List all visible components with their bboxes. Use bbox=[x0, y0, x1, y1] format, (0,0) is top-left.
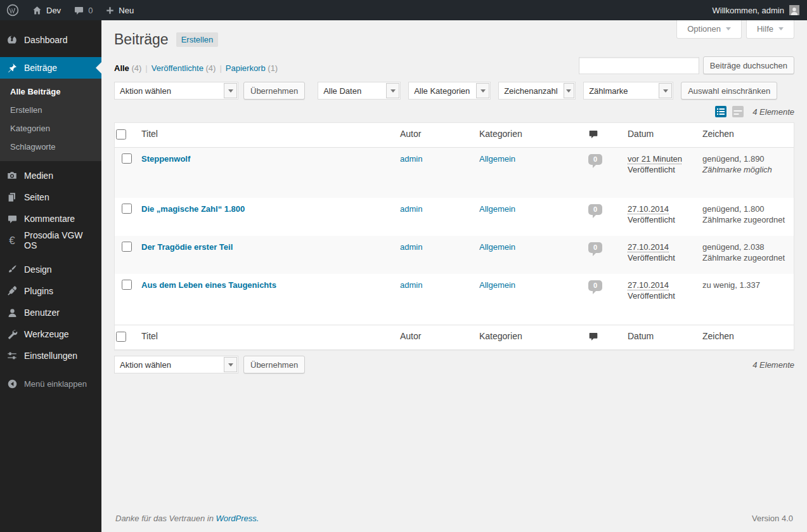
comment-count-bubble[interactable]: 0 bbox=[588, 154, 602, 165]
bulk-action-select-bottom[interactable]: Aktion wählen bbox=[114, 356, 238, 373]
filter-apply-button[interactable]: Auswahl einschränken bbox=[681, 82, 777, 100]
post-status: Veröffentlicht bbox=[628, 253, 695, 263]
table-header-row: Titel Autor Kategorien Datum Zeichen bbox=[115, 123, 794, 148]
author-link[interactable]: admin bbox=[400, 204, 422, 214]
chevron-down-icon bbox=[726, 27, 731, 30]
sidebar-item-users[interactable]: Benutzer bbox=[0, 302, 101, 323]
submenu-tags[interactable]: Schlagworte bbox=[0, 138, 101, 156]
add-new-button[interactable]: Erstellen bbox=[176, 32, 219, 47]
char-count-filter-select[interactable]: Zeichenanzahl bbox=[498, 82, 576, 100]
search-input[interactable] bbox=[579, 57, 699, 74]
view-trash-link[interactable]: Papierkorb (1) bbox=[226, 63, 278, 73]
category-filter-select[interactable]: Alle Kategorien bbox=[408, 82, 491, 100]
posts-submenu: Alle Beiträge Erstellen Kategorien Schla… bbox=[0, 79, 101, 161]
apply-bulk-button-bottom[interactable]: Übernehmen bbox=[243, 356, 305, 373]
select-all-checkbox[interactable] bbox=[116, 129, 126, 139]
wordpress-link[interactable]: WordPress. bbox=[216, 514, 259, 523]
post-title-link[interactable]: Aus dem Leben eines Taugenichts bbox=[141, 280, 276, 290]
bulk-action-value-bottom: Aktion wählen bbox=[115, 356, 223, 373]
bulk-action-select[interactable]: Aktion wählen bbox=[114, 82, 238, 100]
apply-bulk-button[interactable]: Übernehmen bbox=[243, 82, 305, 100]
post-status: Veröffentlicht bbox=[628, 165, 695, 174]
sidebar-item-tools[interactable]: Werkzeuge bbox=[0, 323, 101, 345]
sidebar-item-plugins[interactable]: Plugins bbox=[0, 280, 101, 302]
char-count-filter-value: Zeichenanzahl bbox=[499, 82, 563, 99]
collapse-menu-button[interactable]: Menü einklappen bbox=[0, 373, 101, 394]
sidebar-item-media[interactable]: Medien bbox=[0, 165, 101, 186]
table-row: Der Tragödie erster Teil admin Allgemein… bbox=[115, 236, 794, 274]
list-view-icon[interactable] bbox=[714, 105, 727, 118]
footer-thanks: Danke für das Vertrauen in WordPress. bbox=[115, 514, 259, 523]
comment-count-bubble[interactable]: 0 bbox=[588, 280, 602, 291]
submenu-categories[interactable]: Kategorien bbox=[0, 119, 101, 138]
comment-bubble-icon bbox=[74, 5, 84, 16]
column-categories: Kategorien bbox=[478, 325, 587, 347]
excerpt-view-icon[interactable] bbox=[732, 105, 744, 118]
view-all-link[interactable]: Alle (4) bbox=[114, 63, 141, 73]
admin-comment-count: 0 bbox=[88, 6, 93, 15]
plugin-icon bbox=[6, 285, 18, 297]
sidebar-label-design: Design bbox=[24, 264, 52, 275]
view-separator: | bbox=[145, 63, 147, 73]
author-link[interactable]: admin bbox=[400, 280, 422, 290]
sidebar-item-dashboard[interactable]: Dashboard bbox=[0, 29, 101, 51]
sidebar-label-posts: Beiträge bbox=[24, 63, 57, 73]
author-link[interactable]: admin bbox=[400, 242, 422, 252]
main-content: Optionen Hilfe Beiträge Erstellen Alle (… bbox=[101, 20, 807, 532]
post-title-link[interactable]: Die „magische Zahl“ 1.800 bbox=[141, 204, 245, 214]
comments-menu[interactable]: 0 bbox=[67, 0, 99, 20]
category-link[interactable]: Allgemein bbox=[479, 280, 515, 290]
author-link[interactable]: admin bbox=[400, 154, 422, 164]
post-title-link[interactable]: Steppenwolf bbox=[141, 154, 190, 164]
row-checkbox[interactable] bbox=[122, 280, 132, 290]
submenu-new-post[interactable]: Erstellen bbox=[0, 101, 101, 119]
date-filter-select[interactable]: Alle Daten bbox=[318, 82, 401, 100]
row-checkbox[interactable] bbox=[122, 204, 132, 214]
category-link[interactable]: Allgemein bbox=[479, 154, 515, 164]
post-title-link[interactable]: Der Tragödie erster Teil bbox=[141, 242, 233, 252]
sidebar-item-design[interactable]: Design bbox=[0, 259, 101, 280]
comments-icon bbox=[6, 214, 18, 224]
submenu-all-posts[interactable]: Alle Beiträge bbox=[0, 82, 101, 101]
select-all-checkbox-bottom[interactable] bbox=[116, 332, 126, 342]
item-count-bottom: 4 Elemente bbox=[752, 360, 794, 370]
sidebar-item-prosodia[interactable]: € Prosodia VGW OS bbox=[0, 230, 101, 251]
options-toggle[interactable]: Optionen bbox=[676, 20, 742, 39]
user-icon bbox=[6, 308, 18, 318]
site-menu[interactable]: Dev bbox=[25, 0, 67, 20]
view-published-link[interactable]: Veröffentlichte (4) bbox=[152, 63, 216, 73]
comment-count-bubble[interactable]: 0 bbox=[588, 204, 602, 215]
options-label: Optionen bbox=[687, 24, 721, 34]
counter-filter-select[interactable]: Zählmarke bbox=[583, 82, 673, 100]
help-label: Hilfe bbox=[757, 24, 773, 34]
sidebar-label-users: Benutzer bbox=[24, 308, 60, 318]
category-link[interactable]: Allgemein bbox=[479, 242, 515, 252]
row-checkbox[interactable] bbox=[122, 153, 132, 164]
sidebar-item-settings[interactable]: Einstellungen bbox=[0, 345, 101, 367]
comment-count-bubble[interactable]: 0 bbox=[588, 242, 602, 253]
new-content-menu[interactable]: Neu bbox=[99, 0, 140, 20]
sidebar-item-pages[interactable]: Seiten bbox=[0, 186, 101, 208]
column-comments-icon bbox=[587, 124, 626, 145]
row-checkbox[interactable] bbox=[122, 242, 132, 252]
help-toggle[interactable]: Hilfe bbox=[746, 20, 794, 39]
pin-icon bbox=[6, 62, 18, 74]
category-link[interactable]: Allgemein bbox=[479, 204, 515, 214]
column-author: Autor bbox=[399, 325, 478, 347]
char-count: genügend, 1.800 bbox=[702, 204, 787, 214]
bottom-tablenav: Aktion wählen Übernehmen 4 Elemente bbox=[101, 350, 807, 379]
char-count: genügend, 2.038 bbox=[702, 242, 787, 252]
home-icon bbox=[32, 5, 42, 16]
account-menu[interactable]: Willkommen, admin bbox=[705, 0, 807, 20]
search-posts-button[interactable]: Beiträge duchsuchen bbox=[703, 56, 794, 74]
select-arrow-icon bbox=[224, 357, 237, 372]
settings-sliders-icon bbox=[6, 350, 18, 361]
sidebar-item-comments[interactable]: Kommentare bbox=[0, 208, 101, 230]
sidebar-item-posts[interactable]: Beiträge bbox=[0, 57, 101, 79]
sidebar-label-dashboard: Dashboard bbox=[24, 35, 68, 45]
bulk-action-value: Aktion wählen bbox=[115, 82, 223, 99]
column-chars: Zeichen bbox=[701, 123, 794, 145]
table-row: Steppenwolf admin Allgemein 0 vor 21 Min… bbox=[115, 148, 794, 198]
wordpress-logo-menu[interactable] bbox=[0, 0, 25, 20]
sidebar-label-tools: Werkzeuge bbox=[24, 329, 69, 339]
